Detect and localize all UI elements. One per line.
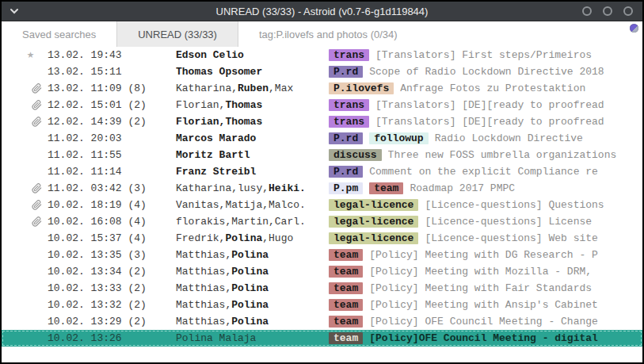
thread-row[interactable]: ★ 13.02. 19:43 Edson Celio trans[Transla…	[2, 47, 642, 63]
thread-tags-subject: team[Policy]OFE Council Meeting - digita…	[329, 332, 642, 344]
tab-unread[interactable]: UNREAD (33/33)	[116, 21, 238, 47]
thread-date: 10.02. 13:26	[48, 332, 176, 344]
author-name: Matthias,	[176, 299, 231, 311]
thread-row[interactable]: 10.02. 13:35 (3) Matthias,Polina team[Po…	[2, 247, 642, 263]
window-button-minimize[interactable]	[582, 6, 592, 16]
thread-authors: Florian,Thomas	[176, 116, 329, 128]
author-name: Fredrik,	[176, 232, 225, 244]
tag-pill[interactable]: team	[329, 316, 363, 328]
author-name: Marcos Marado	[176, 132, 256, 144]
thread-tags-subject: team[Policy] Meeting with Ansip's Cabine…	[329, 299, 642, 311]
author-name: Matthias,	[176, 316, 231, 328]
thread-tags-subject: trans[Translators] First steps/Primeiros	[329, 49, 642, 61]
thread-tags-subject: legal-licence[Licence-questions] Web sit…	[329, 232, 642, 244]
tag-pill[interactable]: legal-licence	[329, 216, 418, 228]
author-name: Florian,Thomas	[176, 116, 262, 128]
author-name: Vanitas,Matija,Malco.	[176, 199, 306, 211]
tag-pill[interactable]: team	[329, 282, 363, 294]
author-name: Thomas Opsomer	[176, 66, 262, 78]
thread-row[interactable]: 11.02. 11:55 Moritz Bartl discussThree n…	[2, 147, 642, 163]
thread-date: 10.02. 16:08 (4)	[48, 216, 176, 228]
thread-row[interactable]: 10.02. 13:33 (2) Matthias,Polina team[Po…	[2, 280, 642, 297]
thread-authors: Moritz Bartl	[176, 149, 329, 161]
thread-row[interactable]: 10.02. 15:37 (4) Fredrik,Polina,Hugo leg…	[2, 230, 642, 247]
thread-row[interactable]: 10.02. 18:19 (4) Vanitas,Matija,Malco. l…	[2, 197, 642, 213]
thread-date: 11.02. 11:14	[48, 166, 176, 178]
thread-row[interactable]: 11.02. 20:03 Marcos Marado P.rdfollowupR…	[2, 130, 642, 147]
thread-authors: Edson Celio	[176, 49, 329, 61]
tag-pill[interactable]: trans	[329, 116, 369, 128]
thread-date: 13.02. 11:09 (8)	[48, 82, 176, 94]
author-name: Polina	[225, 232, 262, 244]
thread-date: 10.02. 13:35 (3)	[48, 249, 176, 261]
thread-row[interactable]: 10.02. 13:32 (2) Matthias,Polina team[Po…	[2, 297, 642, 313]
flag-cell	[2, 200, 48, 210]
thread-row[interactable]: 13.02. 15:11 Thomas Opsomer P.rdScope of…	[2, 63, 642, 80]
thread-row[interactable]: 11.02. 11:14 Franz Streibl P.rdComment o…	[2, 163, 642, 180]
thread-row[interactable]: 10.02. 13:26 Polina Malaja team[Policy]O…	[2, 330, 642, 347]
thread-date: 12.02. 15:01 (2)	[48, 99, 176, 111]
thread-subject: [Licence-questions] Questions	[425, 199, 604, 211]
tag-pill[interactable]: team	[329, 299, 363, 311]
thread-row[interactable]: 10.02. 13:29 (2) Matthias,Polina team[Po…	[2, 313, 642, 330]
thread-row[interactable]: 12.02. 15:01 (2) Florian,Thomas trans[Tr…	[2, 97, 642, 113]
tag-pill[interactable]: team	[329, 266, 363, 278]
thread-row[interactable]: 10.02. 13:34 (2) Matthias,Polina team[Po…	[2, 263, 642, 280]
author-name: Matthias,	[176, 282, 231, 294]
thread-authors: Marcos Marado	[176, 132, 329, 144]
window-button-close[interactable]	[623, 6, 633, 16]
flag-cell	[2, 216, 48, 227]
thread-subject: [Translators] [DE][ready to proofread	[375, 116, 604, 128]
tag-pill[interactable]: discuss	[329, 149, 382, 161]
tag-pill[interactable]: trans	[329, 49, 369, 61]
tab-saved-searches[interactable]: Saved searches	[2, 21, 116, 47]
author-name: Heiki.	[269, 182, 306, 194]
thread-date: 10.02. 13:32 (2)	[48, 299, 176, 311]
author-name: Polina	[231, 316, 269, 328]
chevron-down-icon[interactable]	[10, 8, 19, 14]
tag-pill[interactable]: followup	[369, 132, 428, 144]
thread-tags-subject: P.ilovefsAnfrage Fotos zu Protestaktion	[329, 82, 642, 94]
thread-tags-subject: P.rdfollowupRadio Lockdown Directive	[329, 132, 642, 144]
author-name: Matthias,	[176, 249, 231, 261]
thread-row[interactable]: 12.02. 14:39 (2) Florian,Thomas trans[Tr…	[2, 113, 642, 130]
thread-subject: Comment on the explicit Compliance re	[369, 166, 598, 178]
thread-row[interactable]: 13.02. 11:09 (8) Katharina,Ruben,Max P.i…	[2, 80, 642, 97]
tag-pill[interactable]: team	[369, 182, 403, 194]
flag-cell: ★	[2, 49, 48, 61]
thread-row[interactable]: 11.02. 03:42 (3) Katharina,lusy,Heiki. P…	[2, 180, 642, 197]
tag-pill[interactable]: team	[329, 249, 363, 261]
thread-authors: Katharina,Ruben,Max	[176, 82, 329, 94]
thread-subject: Radio Lockdown Directive	[435, 132, 583, 144]
tag-pill[interactable]: P.rd	[329, 166, 363, 178]
thread-row[interactable]: 10.02. 16:08 (4) florakis,Martin,Carl. l…	[2, 213, 642, 230]
flag-cell	[2, 100, 48, 110]
tag-pill[interactable]: trans	[329, 99, 369, 111]
thread-subject: [Policy] Meeting with DG Research - P	[369, 249, 598, 261]
author-name: Florian,	[176, 99, 225, 111]
tag-pill[interactable]: P.rd	[329, 66, 363, 78]
author-name: Polina	[231, 282, 269, 294]
tag-pill[interactable]: P.ilovefs	[329, 82, 394, 94]
thread-subject: [Policy]OFE Council Meeting - digital	[369, 332, 598, 344]
thread-subject: Three new FOSS umbrella organizations	[388, 149, 617, 161]
author-name: Matthias,	[176, 266, 231, 278]
thread-subject: [Policy] OFE Council Meeting - Change	[369, 316, 598, 328]
paperclip-icon	[32, 200, 42, 210]
thread-subject: [Policy] Meeting with Mozilla - DRM,	[369, 266, 592, 278]
thread-authors: Matthias,Polina	[176, 249, 329, 261]
tag-pill[interactable]: legal-licence	[329, 232, 418, 244]
tag-pill[interactable]: P.rd	[329, 132, 363, 144]
tag-pill[interactable]: team	[329, 332, 363, 344]
window-button-maximize[interactable]	[603, 6, 612, 16]
tab-bar: Saved searches UNREAD (33/33) tag:P.ilov…	[2, 21, 642, 47]
author-name: Franz Streibl	[176, 166, 256, 178]
tag-pill[interactable]: P.pm	[329, 182, 363, 194]
thread-subject: [Translators] [DE][ready to proofread	[375, 99, 604, 111]
tag-pill[interactable]: legal-licence	[329, 199, 418, 211]
thread-subject: [Licence-questions] License	[425, 216, 592, 228]
thread-authors: Matthias,Polina	[176, 266, 329, 278]
author-name: Katharina,	[176, 82, 238, 94]
tab-ilovefs-photos[interactable]: tag:P.ilovefs and photos (0/34)	[238, 21, 418, 47]
thread-tags-subject: discussThree new FOSS umbrella organizat…	[329, 149, 642, 161]
